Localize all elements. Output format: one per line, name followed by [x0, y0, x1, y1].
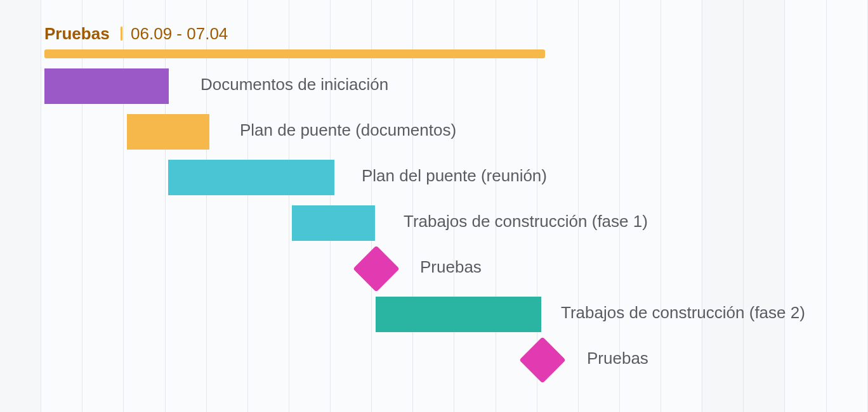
milestone-diamond[interactable]	[353, 245, 400, 292]
separator-icon	[121, 27, 122, 41]
summary-date-range: 06.09 - 07.04	[131, 24, 228, 43]
gantt-row: Pruebas	[0, 246, 868, 292]
task-bar[interactable]	[376, 297, 541, 332]
summary-bar[interactable]	[44, 49, 545, 58]
task-label: Trabajos de construcción (fase 1)	[404, 212, 648, 231]
gantt-row: Plan de puente (documentos)	[0, 109, 868, 155]
gantt-row: Trabajos de construcción (fase 2)	[0, 292, 868, 337]
task-bar[interactable]	[168, 160, 334, 195]
gantt-chart: Pruebas 06.09 - 07.04 Documentos de inic…	[0, 0, 868, 412]
gantt-row: Pruebas	[0, 337, 868, 383]
gantt-row: Trabajos de construcción (fase 1)	[0, 200, 868, 246]
summary-header[interactable]: Pruebas 06.09 - 07.04	[44, 24, 228, 44]
task-label: Plan del puente (reunión)	[362, 166, 547, 186]
summary-title: Pruebas	[44, 24, 110, 43]
task-label: Pruebas	[420, 257, 482, 277]
task-bar[interactable]	[127, 114, 209, 150]
milestone-diamond[interactable]	[519, 337, 566, 383]
task-bar[interactable]	[292, 205, 375, 241]
task-label: Documentos de iniciación	[201, 75, 388, 94]
gantt-content: Pruebas 06.09 - 07.04 Documentos de inic…	[0, 0, 868, 412]
gantt-row: Documentos de iniciación	[0, 63, 868, 109]
task-label: Pruebas	[587, 349, 648, 368]
task-label: Trabajos de construcción (fase 2)	[561, 303, 805, 323]
task-bar[interactable]	[44, 68, 169, 104]
task-label: Plan de puente (documentos)	[240, 120, 456, 140]
gantt-row: Plan del puente (reunión)	[0, 155, 868, 200]
